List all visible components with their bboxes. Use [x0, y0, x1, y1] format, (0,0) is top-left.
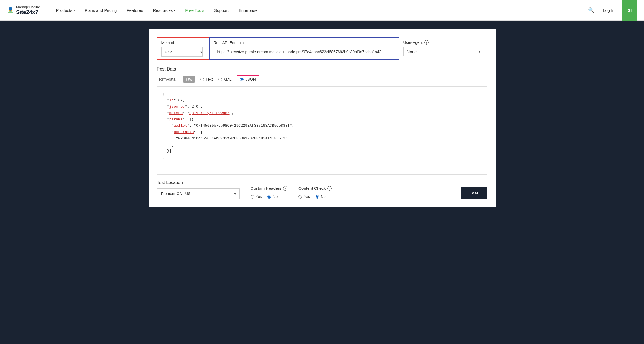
content-check-yes-option[interactable]: Yes [298, 194, 310, 199]
nav-support[interactable]: Support [209, 0, 234, 21]
custom-headers-radio-row: Yes No [251, 194, 288, 199]
test-location-section: Test Location Fremont-CA - US New York -… [157, 180, 240, 199]
bottom-row: Test Location Fremont-CA - US New York -… [157, 180, 487, 199]
code-line: ] [163, 142, 482, 148]
chevron-down-icon: ▾ [74, 9, 75, 12]
content-check-label: Content Check i [298, 186, 332, 191]
user-agent-select[interactable]: None Chrome Firefox Safari [403, 47, 483, 56]
search-icon: 🔍 [588, 7, 594, 13]
logo-site24x7: Site24x7 [16, 9, 40, 15]
nav-free-tools[interactable]: Free Tools [180, 0, 209, 21]
custom-headers-label: Custom Headers i [251, 186, 288, 191]
format-selector-row: form-data raw Text XML JSON [157, 75, 487, 83]
code-line: "contracts": [ [163, 129, 482, 136]
custom-headers-no-option[interactable]: No [267, 194, 278, 199]
user-agent-select-wrapper: None Chrome Firefox Safari ▾ [403, 47, 483, 56]
code-line: "params": [{ [163, 117, 482, 123]
header: ManageEngine Site24x7 Products ▾ Plans a… [0, 0, 644, 21]
format-json-radio[interactable] [240, 78, 244, 81]
code-line: } [163, 154, 482, 161]
endpoint-row: Method POST GET PUT DELETE ▾ Rest API En… [157, 37, 487, 60]
format-xml-option[interactable]: XML [218, 77, 232, 82]
logo-icon [7, 6, 14, 14]
format-form-data-button[interactable]: form-data [157, 76, 178, 83]
logo-link[interactable]: ManageEngine Site24x7 [7, 5, 40, 15]
method-select-wrapper: POST GET PUT DELETE ▾ [161, 47, 205, 57]
user-agent-label: User-Agent i [403, 40, 483, 45]
signup-button[interactable]: SI [622, 0, 637, 21]
test-location-label: Test Location [157, 180, 240, 185]
info-icon: i [283, 186, 287, 191]
endpoint-box: Rest API Endpoint [209, 37, 399, 60]
header-actions: 🔍 Log In SI [587, 0, 637, 21]
custom-headers-yes-radio[interactable] [251, 195, 254, 199]
main-nav: Products ▾ Plans and Pricing Features Re… [51, 0, 587, 21]
content-check-yes-radio[interactable] [298, 195, 302, 199]
content-check-group: Content Check i Yes No [298, 186, 332, 199]
post-data-label: Post Data [157, 67, 487, 72]
info-icon: i [424, 40, 429, 45]
form-card: Method POST GET PUT DELETE ▾ Rest API En… [149, 29, 496, 207]
format-json-option[interactable]: JSON [237, 75, 259, 83]
chevron-down-icon: ▾ [174, 9, 175, 12]
info-icon: i [327, 186, 332, 191]
code-line: "wallet": "0xf45605b7cb98C0429C229EAf337… [163, 123, 482, 129]
method-box: Method POST GET PUT DELETE ▾ [157, 37, 209, 60]
code-editor[interactable]: { "id":67, "jsonrpc":"2.0", "method":"qn… [157, 86, 487, 175]
content-check-radio-row: Yes No [298, 194, 332, 199]
code-line: { [163, 91, 482, 97]
search-button[interactable]: 🔍 [587, 6, 595, 14]
content-check-no-radio[interactable] [316, 195, 319, 199]
nav-features[interactable]: Features [122, 0, 148, 21]
code-line: "jsonrpc":"2.0", [163, 104, 482, 110]
location-select[interactable]: Fremont-CA - US New York - US London - U… [157, 188, 240, 199]
endpoint-label: Rest API Endpoint [214, 40, 395, 45]
content-check-no-option[interactable]: No [316, 194, 326, 199]
svg-point-1 [8, 11, 13, 13]
code-line: }] [163, 148, 482, 154]
nav-enterprise[interactable]: Enterprise [234, 0, 262, 21]
code-line: "id":67, [163, 97, 482, 104]
location-select-wrapper: Fremont-CA - US New York - US London - U… [157, 188, 240, 199]
user-agent-box: User-Agent i None Chrome Firefox Safari … [399, 37, 487, 60]
test-button[interactable]: Test [461, 187, 487, 199]
format-raw-button[interactable]: raw [183, 76, 195, 83]
endpoint-input[interactable] [214, 47, 395, 56]
code-line: "0xDb46d1Dc155634FbC732f92E853b10B288AD5… [163, 136, 482, 142]
format-text-radio[interactable] [200, 78, 204, 81]
nav-plans-pricing[interactable]: Plans and Pricing [80, 0, 122, 21]
custom-headers-group: Custom Headers i Yes No [251, 186, 288, 199]
logo-manage-engine: ManageEngine [16, 5, 40, 9]
code-line: "method":"qn_verifyNFTsOwner", [163, 110, 482, 117]
format-text-option[interactable]: Text [200, 77, 213, 82]
custom-headers-yes-option[interactable]: Yes [251, 194, 262, 199]
nav-products[interactable]: Products ▾ [51, 0, 80, 21]
main-content: Method POST GET PUT DELETE ▾ Rest API En… [0, 21, 644, 344]
format-xml-radio[interactable] [218, 78, 222, 81]
custom-headers-no-radio[interactable] [267, 195, 271, 199]
nav-resources[interactable]: Resources ▾ [148, 0, 180, 21]
login-button[interactable]: Log In [601, 8, 617, 13]
method-select[interactable]: POST GET PUT DELETE [161, 47, 203, 57]
method-label: Method [161, 40, 205, 45]
